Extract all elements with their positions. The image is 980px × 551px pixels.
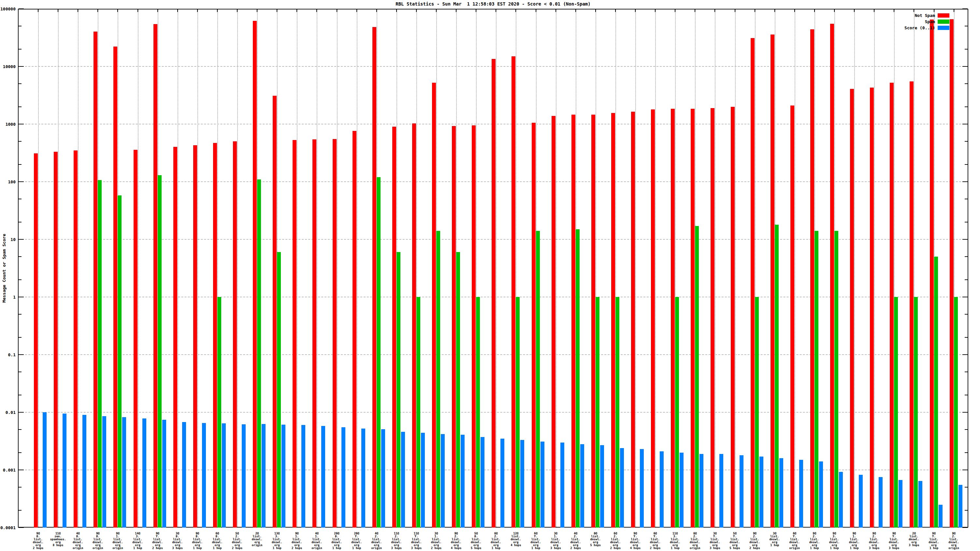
- y-minor-tick-left: [19, 198, 22, 199]
- y-minor-tick-right: [965, 510, 967, 511]
- x-tick-top: [655, 9, 655, 12]
- y-major-tick-left: [19, 412, 24, 413]
- x-tick-top: [137, 9, 138, 12]
- x-tick-label: 9@ Y. list. dnswl. org 2 hops: [148, 532, 167, 550]
- vertical-gridline: [357, 10, 357, 527]
- x-tick-label: 9@ Y. list. dnswl. org 4 hops: [625, 532, 645, 550]
- bar-spam: [914, 297, 918, 527]
- y-minor-tick-left: [19, 487, 22, 487]
- y-major-tick-right: [963, 412, 967, 413]
- bar-not-spam: [910, 81, 913, 527]
- x-tick-label: 11@ 3. list. dnswl. org 1 hop: [665, 532, 685, 550]
- x-tick-label: 13@ 3. list. dnswl. org 1 hop: [267, 532, 287, 550]
- y-tick-label: 1000: [0, 122, 16, 127]
- bar-score: [879, 477, 883, 527]
- y-tick-label: 10: [0, 237, 16, 242]
- bar-spam: [476, 297, 480, 527]
- bar-score: [242, 424, 246, 527]
- x-tick-top: [177, 9, 178, 12]
- x-tick-label: 3@ 1. list. dnswl. org 2 hops: [426, 532, 446, 550]
- bar-spam: [217, 297, 221, 527]
- bar-not-spam: [532, 123, 536, 527]
- bar-not-spam: [791, 105, 794, 527]
- bar-spam: [834, 231, 838, 527]
- bar-score: [600, 445, 604, 527]
- y-minor-tick-left: [19, 49, 22, 49]
- bar-score: [580, 444, 584, 527]
- bar-not-spam: [472, 125, 476, 527]
- x-tick-label: 2@ list. dnswl. org origin: [247, 532, 267, 547]
- vertical-gridline: [197, 10, 198, 527]
- legend-entry-score: Score (0..1): [863, 25, 950, 31]
- bar-spam: [416, 297, 420, 527]
- bar-not-spam: [74, 151, 78, 527]
- bar-spam: [755, 297, 759, 527]
- vertical-gridline: [496, 10, 496, 527]
- x-tick-top: [714, 9, 715, 12]
- x-tick-top: [814, 9, 815, 12]
- x-tick-top: [754, 9, 755, 12]
- bar-not-spam: [332, 139, 337, 527]
- legend-swatch-not-spam: [938, 13, 950, 17]
- bar-score: [819, 461, 823, 527]
- x-tick-label: 9@ Y. list. dnswl. org 1 hop: [924, 532, 944, 550]
- x-tick-top: [775, 9, 775, 12]
- x-tick-top: [317, 9, 317, 12]
- bar-score: [301, 425, 305, 527]
- vertical-gridline: [317, 10, 317, 527]
- x-tick-top: [436, 9, 437, 12]
- x-tick-top: [78, 9, 78, 12]
- bar-not-spam: [392, 127, 396, 527]
- y-minor-tick-left: [19, 453, 22, 453]
- x-tick-top: [337, 9, 337, 12]
- x-tick-label: 5@ 2. list. dnswl. org 2 hops: [228, 532, 247, 550]
- y-tick-label: 100: [0, 179, 16, 184]
- x-tick-label: 9@ 0. list. dnswl. org origin: [88, 532, 108, 550]
- x-tick-top: [913, 9, 914, 12]
- x-tick-top: [794, 9, 795, 12]
- y-major-tick-right: [963, 181, 967, 182]
- x-tick-top: [735, 9, 735, 12]
- bar-not-spam: [193, 145, 197, 527]
- y-minor-tick-left: [19, 83, 22, 84]
- x-tick-label: 0@ list. dnswl. org 5 hops: [586, 532, 605, 547]
- y-minor-tick-right: [965, 314, 967, 314]
- bar-not-spam: [34, 153, 38, 527]
- y-minor-tick-left: [19, 429, 22, 430]
- x-tick-label: 14@ 3. list. dnswl. org 1 hop: [128, 532, 148, 550]
- y-tick-label: 0.0001: [0, 525, 16, 530]
- x-tick-label: 5@ 0. list. dnswl. org 5 hops: [466, 532, 486, 550]
- bar-score: [62, 414, 67, 527]
- y-major-tick-left: [19, 527, 24, 528]
- y-minor-tick-right: [965, 164, 967, 165]
- x-tick-top: [376, 9, 377, 12]
- bar-not-spam: [312, 140, 317, 527]
- vertical-gridline: [178, 10, 178, 527]
- x-tick-label: 11@ 2. list. dnswl. org 3 hops: [387, 532, 406, 550]
- y-minor-tick-left: [19, 510, 22, 511]
- y-minor-tick-left: [19, 164, 22, 165]
- y-minor-tick-left: [19, 337, 22, 338]
- x-tick-top: [496, 9, 496, 12]
- vertical-gridline: [38, 10, 39, 527]
- y-major-tick-left: [19, 297, 24, 297]
- x-tick-label: 2@ list. dnswl. org 3 hops: [904, 532, 924, 547]
- bar-spam: [695, 226, 699, 527]
- bar-not-spam: [134, 150, 137, 527]
- bar-not-spam: [293, 140, 296, 527]
- bar-spam: [516, 297, 520, 527]
- bar-not-spam: [94, 32, 97, 527]
- y-minor-tick-right: [965, 487, 967, 487]
- vertical-gridline: [635, 10, 636, 527]
- bar-not-spam: [113, 46, 117, 527]
- x-tick-label: 3@ 0. list. dnswl. org 3 hops: [168, 532, 187, 550]
- bar-score: [401, 432, 405, 527]
- bar-score: [122, 417, 126, 527]
- x-tick-label: 9@ 0. list. dnswl. org 2 hops: [29, 532, 48, 550]
- y-minor-tick-left: [19, 314, 22, 314]
- y-major-tick-left: [19, 8, 24, 9]
- bar-not-spam: [233, 141, 237, 527]
- y-tick-label: 0.001: [0, 468, 16, 473]
- bar-score: [480, 437, 484, 527]
- x-tick-label: 9@ 1. list. dnswl. org 2 hops: [287, 532, 307, 550]
